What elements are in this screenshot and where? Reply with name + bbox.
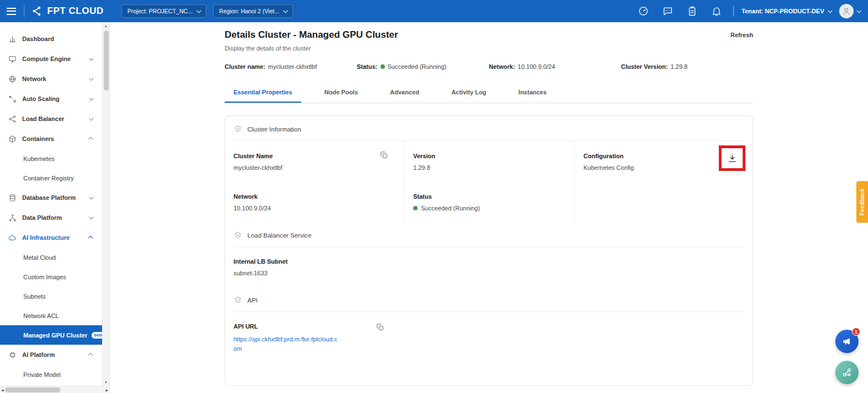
scroll-up-icon[interactable]: ▲ — [103, 22, 109, 29]
tab-instances[interactable]: Instances — [510, 83, 556, 103]
user-avatar-icon — [841, 6, 851, 16]
scroll-right-icon[interactable]: ▶ — [105, 388, 108, 392]
sidebar-item-kubernetes[interactable]: Kubernetes — [0, 149, 103, 168]
field-empty — [574, 182, 744, 222]
sidebar-item-ai-infrastructure[interactable]: AI Infrastructure — [0, 228, 103, 248]
chevron-down-icon — [89, 96, 93, 100]
chevron-down-icon — [89, 56, 93, 61]
sidebar-item-label: Custom Images — [23, 274, 66, 280]
field-label: Configuration — [583, 153, 738, 159]
logo-text: FPT CLOUD — [47, 6, 104, 17]
scrollbar-thumb[interactable] — [5, 387, 60, 392]
main-content: Details Cluster - Managed GPU Cluster Re… — [110, 22, 868, 393]
field-internal-lb-subnet: Internal LB Subnet subnet-1633 — [234, 247, 400, 287]
region-selector[interactable]: Region: Hanoi 2 (Viet... — [213, 4, 293, 18]
fpt-cloud-logo[interactable]: FPT CLOUD — [31, 5, 104, 17]
sidebar-item-dashboard[interactable]: Dashboard — [0, 29, 103, 49]
summary-value: 1.29.8 — [671, 63, 688, 70]
feedback-tab[interactable]: Feedback — [856, 181, 868, 223]
summary-label: Network: — [489, 63, 515, 70]
data-platform-icon — [8, 214, 17, 222]
database-platform-icon — [8, 194, 17, 202]
sidebar-item-metal-cloud[interactable]: Metal Cloud — [0, 248, 103, 267]
topbar-divider — [733, 6, 734, 17]
sidebar-item-label: Containers — [22, 135, 54, 142]
summary-network: Network: 10.100.9.0/24 — [489, 63, 621, 70]
scrollbar-thumb[interactable] — [104, 31, 109, 90]
section-cluster-information: Cluster Information Cluster Name myclust… — [234, 116, 744, 222]
copy-cluster-name-button[interactable] — [380, 151, 388, 159]
sidebar-item-private-model[interactable]: Private Model — [0, 365, 103, 384]
download-kubeconfig-button[interactable] — [719, 145, 745, 171]
chevron-up-icon — [88, 352, 93, 357]
chevron-down-icon — [197, 8, 201, 13]
field-value: 1.29.8 — [413, 164, 567, 171]
essential-properties-card: Cluster Information Cluster Name myclust… — [225, 115, 753, 386]
bell-icon[interactable] — [711, 6, 722, 17]
topbar: FPT CLOUD Project: PROJECT_NC... Region:… — [0, 0, 868, 22]
sidebar-item-label: Database Platform — [22, 194, 76, 201]
sidebar-item-label: AI Infrastructure — [22, 234, 70, 241]
chevron-down-icon — [89, 76, 93, 80]
sidebar-item-load-balancer[interactable]: Load Balancer — [0, 109, 103, 129]
sidebar-item-container-registry[interactable]: Container Registry — [0, 168, 103, 188]
chat-icon[interactable] — [662, 6, 673, 17]
hamburger-menu-icon[interactable] — [7, 8, 16, 15]
refresh-button[interactable]: Refresh — [730, 32, 753, 38]
field-api-url: API URL https://api.ckhxtlbf.prd.m.fke.f… — [234, 312, 400, 364]
sidebar-item-label: Container Registry — [23, 175, 74, 182]
field-label: Internal LB Subnet — [234, 258, 400, 265]
summary-label: Cluster Version: — [621, 63, 668, 70]
sidebar-item-data-platform[interactable]: Data Platform — [0, 208, 103, 228]
sidebar-item-ai-platform[interactable]: AI Platform — [0, 345, 103, 365]
sidebar-item-network[interactable]: Network — [0, 69, 103, 89]
tab-essential-properties[interactable]: Essential Properties — [225, 83, 301, 103]
field-label: Cluster Name — [234, 153, 397, 159]
api-url-link[interactable]: https://api.ckhxtlbf.prd.m.fke.fptcloud.… — [234, 335, 339, 354]
sidebar-horizontal-scrollbar[interactable]: ◀ ▶ — [0, 386, 109, 393]
sidebar-item-compute-engine[interactable]: Compute Engine — [0, 49, 103, 69]
project-selector[interactable]: Project: PROJECT_NC... — [121, 4, 206, 18]
field-label: Version — [413, 153, 567, 159]
sidebar-item-custom-images[interactable]: Custom Images — [0, 267, 103, 286]
chevron-down-icon[interactable] — [856, 8, 861, 13]
tab-activity-log[interactable]: Activity Log — [443, 83, 495, 103]
field-label: API URL — [234, 323, 400, 330]
ai-infrastructure-icon — [8, 234, 17, 242]
network-icon — [8, 75, 17, 83]
sidebar-vertical-scrollbar[interactable]: ▲ ▼ — [102, 22, 109, 386]
section-title: Cluster Information — [247, 126, 301, 133]
load-balancer-icon — [8, 115, 17, 123]
fpt-logo-mark-icon — [31, 5, 43, 17]
summary-status: Status: Succeeded (Running) — [357, 63, 489, 70]
sidebar-item-network-acl[interactable]: Network ACL — [0, 306, 103, 325]
sidebar-item-containers[interactable]: Containers — [0, 129, 103, 149]
gauge-icon[interactable] — [638, 6, 649, 17]
user-avatar[interactable] — [839, 4, 854, 18]
tenant-selector[interactable]: Tenant: NCP-PRODUCT-DEV — [742, 8, 831, 14]
field-configuration: Configuration Kubernetes Config — [574, 141, 744, 182]
layers-icon — [234, 231, 242, 240]
clipboard-icon[interactable] — [687, 6, 698, 17]
sidebar-item-managed-gpu-cluster[interactable]: Managed GPU Cluster beta — [0, 325, 103, 345]
sidebar-nav: Dashboard Compute Engine Network Auto Sc… — [0, 22, 103, 386]
summary-cluster-name: Cluster name: mycluster-ckhxtlbf — [225, 63, 357, 70]
summary-value: mycluster-ckhxtlbf — [268, 63, 317, 70]
download-icon — [728, 154, 737, 163]
ai-assistant-button[interactable] — [835, 361, 859, 384]
announcements-button[interactable]: 1 — [835, 330, 859, 353]
field-cluster-name: Cluster Name mycluster-ckhxtlbf — [234, 141, 404, 182]
tab-node-pools[interactable]: Node Pools — [316, 83, 367, 103]
section-load-balancer-service: Load Balancer Service Internal LB Subnet… — [234, 222, 744, 287]
summary-label: Status: — [357, 63, 377, 70]
scroll-down-icon[interactable]: ▼ — [103, 379, 109, 386]
sidebar-item-database-platform[interactable]: Database Platform — [0, 188, 103, 208]
copy-api-url-button[interactable] — [376, 323, 384, 331]
field-status: Status Succeeded (Running) — [404, 182, 574, 222]
sidebar-item-label: Network ACL — [23, 313, 59, 319]
tab-advanced[interactable]: Advanced — [381, 83, 428, 103]
layers-icon — [234, 125, 242, 134]
scroll-left-icon[interactable]: ◀ — [1, 388, 4, 392]
sidebar-item-subnets[interactable]: Subnets — [0, 286, 103, 306]
sidebar-item-auto-scaling[interactable]: Auto Scaling — [0, 89, 103, 109]
